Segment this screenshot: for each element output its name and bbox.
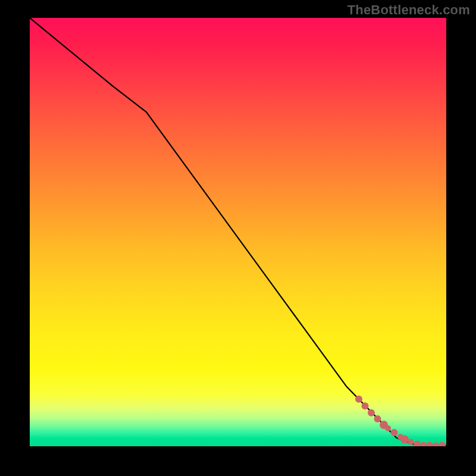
- marker-point: [391, 429, 398, 436]
- marker-point: [362, 402, 369, 409]
- marker-point: [385, 425, 391, 431]
- bottleneck-curve-line: [30, 18, 446, 446]
- marker-point: [426, 442, 433, 446]
- plot-area: [30, 18, 446, 446]
- marker-point: [400, 436, 409, 444]
- watermark-text: TheBottleneck.com: [347, 2, 470, 18]
- marker-point: [368, 409, 375, 416]
- highlight-markers: [355, 396, 446, 446]
- marker-point: [414, 440, 421, 446]
- marker-point: [433, 443, 439, 446]
- marker-point: [355, 396, 362, 403]
- chart-overlay-svg: [30, 18, 446, 446]
- marker-point: [439, 442, 446, 446]
- marker-point: [421, 442, 427, 446]
- marker-point: [374, 415, 381, 422]
- marker-point: [408, 439, 414, 445]
- chart-frame: TheBottleneck.com: [0, 0, 476, 476]
